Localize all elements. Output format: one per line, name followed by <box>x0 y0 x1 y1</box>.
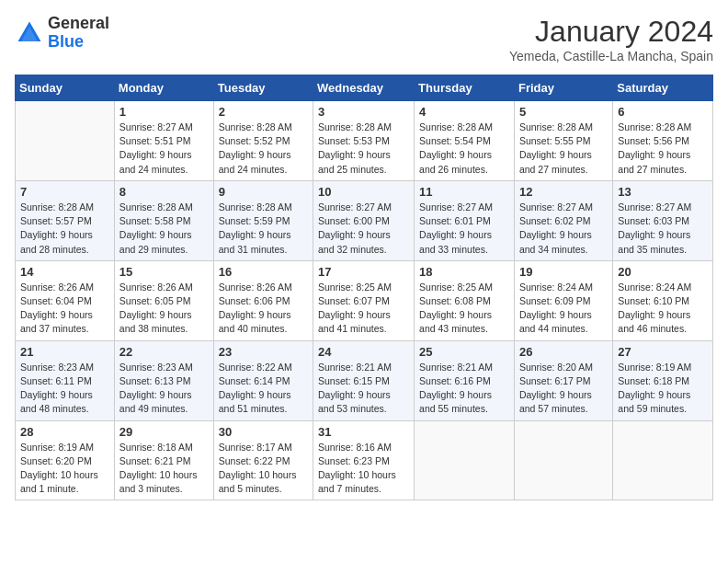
day-number: 19 <box>519 265 608 279</box>
weekday-header-tuesday: Tuesday <box>213 75 313 101</box>
week-row-5: 28Sunrise: 8:19 AMSunset: 6:20 PMDayligh… <box>16 420 713 500</box>
day-info: Sunrise: 8:23 AMSunset: 6:13 PMDaylight:… <box>119 361 209 417</box>
day-info: Sunrise: 8:24 AMSunset: 6:09 PMDaylight:… <box>519 281 608 337</box>
calendar-cell: 12Sunrise: 8:27 AMSunset: 6:02 PMDayligh… <box>514 180 612 260</box>
day-number: 30 <box>219 425 308 439</box>
calendar-cell: 24Sunrise: 8:21 AMSunset: 6:15 PMDayligh… <box>313 340 415 420</box>
weekday-header-sunday: Sunday <box>16 75 115 101</box>
calendar-cell: 2Sunrise: 8:28 AMSunset: 5:52 PMDaylight… <box>213 101 313 181</box>
day-info: Sunrise: 8:27 AMSunset: 5:51 PMDaylight:… <box>119 121 209 177</box>
day-number: 28 <box>20 425 109 439</box>
calendar-title: January 2024 <box>509 15 713 49</box>
day-number: 8 <box>119 185 209 199</box>
day-info: Sunrise: 8:18 AMSunset: 6:21 PMDaylight:… <box>119 441 209 497</box>
calendar-cell <box>613 420 713 500</box>
calendar-cell: 16Sunrise: 8:26 AMSunset: 6:06 PMDayligh… <box>213 260 313 340</box>
day-info: Sunrise: 8:19 AMSunset: 6:18 PMDaylight:… <box>618 361 708 417</box>
day-info: Sunrise: 8:27 AMSunset: 6:00 PMDaylight:… <box>318 201 409 257</box>
weekday-header-row: SundayMondayTuesdayWednesdayThursdayFrid… <box>16 75 713 101</box>
day-info: Sunrise: 8:22 AMSunset: 6:14 PMDaylight:… <box>219 361 308 417</box>
day-info: Sunrise: 8:17 AMSunset: 6:22 PMDaylight:… <box>219 441 308 497</box>
calendar-cell: 19Sunrise: 8:24 AMSunset: 6:09 PMDayligh… <box>514 260 612 340</box>
day-info: Sunrise: 8:28 AMSunset: 5:56 PMDaylight:… <box>618 121 708 177</box>
day-number: 12 <box>519 185 608 199</box>
day-number: 11 <box>419 185 509 199</box>
day-number: 18 <box>419 265 509 279</box>
day-info: Sunrise: 8:28 AMSunset: 5:58 PMDaylight:… <box>119 201 209 257</box>
day-number: 20 <box>618 265 708 279</box>
calendar-cell <box>415 420 515 500</box>
title-block: January 2024 Yemeda, Castille-La Mancha,… <box>509 15 713 63</box>
day-number: 10 <box>318 185 409 199</box>
day-number: 24 <box>318 345 409 359</box>
calendar-cell: 29Sunrise: 8:18 AMSunset: 6:21 PMDayligh… <box>114 420 213 500</box>
calendar-cell: 17Sunrise: 8:25 AMSunset: 6:07 PMDayligh… <box>313 260 415 340</box>
logo: General Blue <box>15 15 109 52</box>
calendar-cell: 26Sunrise: 8:20 AMSunset: 6:17 PMDayligh… <box>514 340 612 420</box>
calendar-cell: 8Sunrise: 8:28 AMSunset: 5:58 PMDaylight… <box>114 180 213 260</box>
day-info: Sunrise: 8:28 AMSunset: 5:54 PMDaylight:… <box>419 121 509 177</box>
day-number: 15 <box>119 265 209 279</box>
calendar-cell: 9Sunrise: 8:28 AMSunset: 5:59 PMDaylight… <box>213 180 313 260</box>
day-info: Sunrise: 8:19 AMSunset: 6:20 PMDaylight:… <box>20 441 109 497</box>
calendar-cell: 5Sunrise: 8:28 AMSunset: 5:55 PMDaylight… <box>514 101 612 181</box>
calendar-cell: 4Sunrise: 8:28 AMSunset: 5:54 PMDaylight… <box>415 101 515 181</box>
calendar-cell: 30Sunrise: 8:17 AMSunset: 6:22 PMDayligh… <box>213 420 313 500</box>
day-info: Sunrise: 8:23 AMSunset: 6:11 PMDaylight:… <box>20 361 109 417</box>
day-number: 26 <box>519 345 608 359</box>
day-info: Sunrise: 8:28 AMSunset: 5:52 PMDaylight:… <box>219 121 308 177</box>
day-number: 17 <box>318 265 409 279</box>
calendar-cell <box>514 420 612 500</box>
day-info: Sunrise: 8:28 AMSunset: 5:59 PMDaylight:… <box>219 201 308 257</box>
week-row-4: 21Sunrise: 8:23 AMSunset: 6:11 PMDayligh… <box>16 340 713 420</box>
logo-general-text: General <box>48 14 109 32</box>
day-number: 2 <box>219 105 308 119</box>
calendar-cell: 31Sunrise: 8:16 AMSunset: 6:23 PMDayligh… <box>313 420 415 500</box>
day-info: Sunrise: 8:25 AMSunset: 6:08 PMDaylight:… <box>419 281 509 337</box>
calendar-cell: 13Sunrise: 8:27 AMSunset: 6:03 PMDayligh… <box>613 180 713 260</box>
day-number: 7 <box>20 185 109 199</box>
calendar-cell: 7Sunrise: 8:28 AMSunset: 5:57 PMDaylight… <box>16 180 115 260</box>
day-number: 1 <box>119 105 209 119</box>
day-info: Sunrise: 8:26 AMSunset: 6:05 PMDaylight:… <box>119 281 209 337</box>
day-number: 9 <box>219 185 308 199</box>
page-header: General Blue January 2024 Yemeda, Castil… <box>15 15 713 63</box>
calendar-cell <box>16 101 115 181</box>
calendar-cell: 22Sunrise: 8:23 AMSunset: 6:13 PMDayligh… <box>114 340 213 420</box>
weekday-header-monday: Monday <box>114 75 213 101</box>
calendar-cell: 25Sunrise: 8:21 AMSunset: 6:16 PMDayligh… <box>415 340 515 420</box>
calendar-cell: 27Sunrise: 8:19 AMSunset: 6:18 PMDayligh… <box>613 340 713 420</box>
day-number: 29 <box>119 425 209 439</box>
calendar-cell: 20Sunrise: 8:24 AMSunset: 6:10 PMDayligh… <box>613 260 713 340</box>
calendar-cell: 6Sunrise: 8:28 AMSunset: 5:56 PMDaylight… <box>613 101 713 181</box>
day-info: Sunrise: 8:28 AMSunset: 5:53 PMDaylight:… <box>318 121 409 177</box>
calendar-cell: 15Sunrise: 8:26 AMSunset: 6:05 PMDayligh… <box>114 260 213 340</box>
day-info: Sunrise: 8:20 AMSunset: 6:17 PMDaylight:… <box>519 361 608 417</box>
calendar-cell: 3Sunrise: 8:28 AMSunset: 5:53 PMDaylight… <box>313 101 415 181</box>
week-row-3: 14Sunrise: 8:26 AMSunset: 6:04 PMDayligh… <box>16 260 713 340</box>
day-info: Sunrise: 8:27 AMSunset: 6:01 PMDaylight:… <box>419 201 509 257</box>
day-info: Sunrise: 8:27 AMSunset: 6:02 PMDaylight:… <box>519 201 608 257</box>
day-info: Sunrise: 8:26 AMSunset: 6:04 PMDaylight:… <box>20 281 109 337</box>
weekday-header-saturday: Saturday <box>613 75 713 101</box>
day-number: 27 <box>618 345 708 359</box>
day-number: 23 <box>219 345 308 359</box>
day-number: 6 <box>618 105 708 119</box>
logo-icon <box>15 18 44 48</box>
calendar-cell: 10Sunrise: 8:27 AMSunset: 6:00 PMDayligh… <box>313 180 415 260</box>
weekday-header-friday: Friday <box>514 75 612 101</box>
calendar-cell: 11Sunrise: 8:27 AMSunset: 6:01 PMDayligh… <box>415 180 515 260</box>
day-number: 13 <box>618 185 708 199</box>
day-info: Sunrise: 8:26 AMSunset: 6:06 PMDaylight:… <box>219 281 308 337</box>
day-info: Sunrise: 8:16 AMSunset: 6:23 PMDaylight:… <box>318 441 409 497</box>
calendar-table: SundayMondayTuesdayWednesdayThursdayFrid… <box>15 75 713 500</box>
calendar-subtitle: Yemeda, Castille-La Mancha, Spain <box>509 49 713 63</box>
day-number: 5 <box>519 105 608 119</box>
calendar-cell: 21Sunrise: 8:23 AMSunset: 6:11 PMDayligh… <box>16 340 115 420</box>
day-info: Sunrise: 8:28 AMSunset: 5:57 PMDaylight:… <box>20 201 109 257</box>
day-number: 21 <box>20 345 109 359</box>
week-row-1: 1Sunrise: 8:27 AMSunset: 5:51 PMDaylight… <box>16 101 713 181</box>
day-number: 31 <box>318 425 409 439</box>
day-info: Sunrise: 8:21 AMSunset: 6:15 PMDaylight:… <box>318 361 409 417</box>
week-row-2: 7Sunrise: 8:28 AMSunset: 5:57 PMDaylight… <box>16 180 713 260</box>
